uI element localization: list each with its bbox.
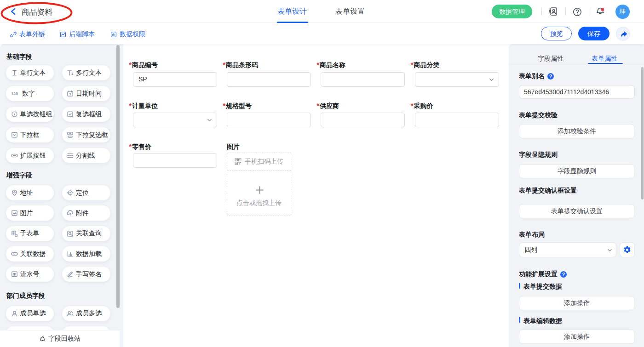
svg-text:123: 123: [11, 91, 18, 96]
